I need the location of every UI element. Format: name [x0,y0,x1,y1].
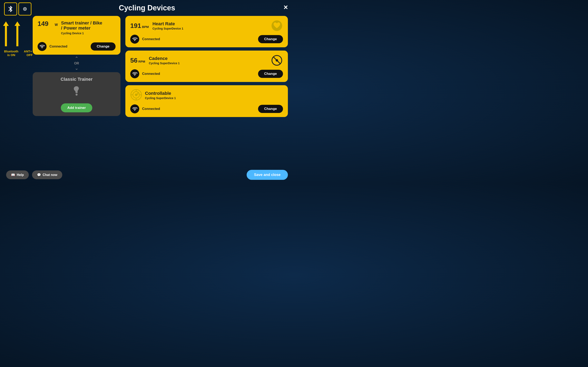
smart-metric-wrap: 149 W [38,20,58,39]
hr-metric: 191 BPM [130,22,149,29]
arrow-shaft-2 [16,26,18,46]
classic-trainer-svg-icon [71,85,82,98]
svg-point-11 [76,94,78,96]
wifi-svg-smart [39,44,45,49]
cadence-name: Cadence [149,56,180,61]
hr-info: Heart Rate Cycling SuperDevice 1 [153,21,183,30]
controllable-subname: Cycling SuperDevice 1 [145,96,176,100]
controllable-status: Connected [142,107,160,111]
controllable-text: Controllable Cycling SuperDevice 1 [145,91,176,100]
heart-svg-icon [272,20,282,31]
chat-now-button[interactable]: 💬 Chat now [32,170,62,179]
save-close-button[interactable]: Save and close [247,170,288,180]
smart-trainer-unit: W [55,23,58,27]
smart-trainer-card-top: 149 W Smart trainer / Bike / Power meter… [38,20,116,39]
controllable-header: Controllable Cycling SuperDevice 1 [130,89,283,101]
smart-metric: 149 W [38,20,58,27]
header: Cycling Devices × [0,0,294,16]
bluetooth-svg [7,5,14,13]
controllable-info: Controllable Cycling SuperDevice 1 [130,89,176,101]
controllable-icon-wrap [130,89,142,101]
page-title: Cycling Devices [119,4,175,12]
hr-card-bottom: Connected Change [130,35,283,44]
svg-point-15 [276,59,278,62]
chat-icon: 💬 [37,173,41,177]
lightning-icon-wrap [38,27,48,39]
smart-trainer-subname: Cycling Device 1 [61,32,102,35]
controllable-wifi-icon [130,104,139,113]
ant-plus-svg [21,5,29,13]
cadence-status: Connected [142,72,160,76]
cadence-icon [271,54,283,67]
controllable-svg-icon [130,89,142,101]
help-label: Help [17,173,24,177]
smart-trainer-card: 149 W Smart trainer / Bike / Power meter… [33,16,121,55]
heart-icon [271,20,283,32]
close-button[interactable]: × [284,4,288,11]
controllable-card: Controllable Cycling SuperDevice 1 Conne… [125,85,288,117]
cadence-metric: 56 RPM [130,57,145,64]
svg-marker-10 [40,27,46,39]
protocol-icons-group [4,2,31,16]
main-content: 149 W Smart trainer / Bike / Power meter… [0,16,294,117]
chevron-up-icon[interactable]: ⌃ [75,56,78,61]
hr-status: Connected [142,37,160,41]
cadence-card: 56 RPM Cadence Cycling SuperDevice 1 [125,50,288,82]
right-panel: 191 BPM Heart Rate Cycling SuperDevice 1 [125,16,288,117]
bluetooth-annotation: Bluetooth is ON [3,50,19,57]
classic-trainer-card: Classic Trainer Add trainer [33,72,121,116]
wifi-svg-hr [132,36,138,42]
hr-subname: Cycling SuperDevice 1 [153,27,183,30]
hr-wifi-icon [130,35,139,44]
controllable-card-bottom: Connected Change [130,104,283,113]
cadence-value: 56 [130,57,138,64]
wifi-svg-cadence [132,71,138,76]
cadence-svg-icon [271,55,283,66]
svg-point-1 [24,8,25,9]
chevron-down-icon[interactable]: ⌄ [75,66,78,71]
controllable-name: Controllable [145,91,176,96]
book-icon: 📖 [11,173,15,177]
left-panel: 149 W Smart trainer / Bike / Power meter… [33,16,121,117]
smart-trainer-card-bottom: Connected Change [38,42,116,51]
arrow-shaft-1 [5,26,7,46]
smart-trainer-value: 149 [38,20,54,27]
or-text: OR [74,62,79,65]
svg-point-18 [135,94,138,96]
hr-name: Heart Rate [153,21,183,26]
bluetooth-icon-btn[interactable] [4,2,17,16]
arrow-head-1 [3,21,9,26]
smart-trainer-status: Connected [49,44,67,49]
or-separator: ⌃ OR ⌄ [33,55,121,72]
hr-change-button[interactable]: Change [258,35,283,43]
heart-rate-header: 191 BPM Heart Rate Cycling SuperDevice 1 [130,20,283,32]
ant-plus-icon-btn[interactable] [18,2,31,16]
cadence-change-button[interactable]: Change [258,70,283,78]
cadence-header: 56 RPM Cadence Cycling SuperDevice 1 [130,54,283,67]
help-button[interactable]: 📖 Help [6,170,29,179]
smart-trainer-change-button[interactable]: Change [91,42,116,50]
chat-label: Chat now [43,173,57,177]
smart-trainer-info: Smart trainer / Bike / Power meter Cycli… [61,20,102,35]
bluetooth-arrow [3,21,9,46]
ant-arrow [15,21,20,46]
smart-trainer-wifi-icon [38,42,47,51]
smart-trainer-name: Smart trainer / Bike / Power meter [61,20,102,31]
cadence-card-bottom: Connected Change [130,69,283,78]
heart-rate-card: 191 BPM Heart Rate Cycling SuperDevice 1 [125,16,288,47]
hr-unit: BPM [142,25,149,29]
cadence-subname: Cycling SuperDevice 1 [149,62,180,65]
classic-trainer-title: Classic Trainer [38,77,116,82]
arrow-head-2 [15,21,20,26]
wifi-svg-controllable [132,106,138,111]
cadence-unit: RPM [138,60,145,63]
lightning-icon [38,27,47,39]
classic-trainer-icon [38,85,116,99]
add-trainer-button[interactable]: Add trainer [61,103,93,112]
cadence-info: Cadence Cycling SuperDevice 1 [149,56,180,65]
controllable-change-button[interactable]: Change [258,105,283,113]
svg-point-23 [137,92,138,94]
hr-value: 191 [130,22,141,29]
cadence-wifi-icon [130,69,139,78]
footer: 📖 Help 💬 Chat now Save and close [0,166,294,184]
